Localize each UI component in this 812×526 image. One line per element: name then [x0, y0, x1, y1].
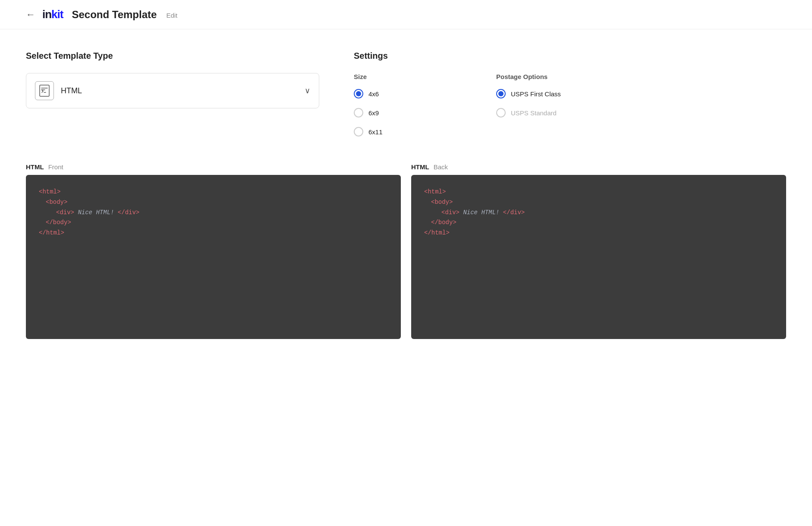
editors-section: HTML Front <html> <body> <div> Nice HTML…	[0, 163, 812, 365]
front-editor-html-label: HTML	[26, 163, 44, 171]
back-code-editor[interactable]: <html> <body> <div> Nice HTML! </div> </…	[411, 175, 786, 339]
left-panel: Select Template Type HTML ∨	[26, 51, 319, 146]
back-editor-side-label: Back	[434, 163, 448, 171]
radio-usps-standard-label: USPS Standard	[511, 109, 557, 117]
chevron-down-icon: ∨	[296, 78, 319, 103]
radio-6x9[interactable]: 6x9	[354, 108, 470, 117]
back-code-line-2: <body>	[424, 197, 773, 208]
radio-4x6-circle	[354, 89, 363, 98]
main-content: Select Template Type HTML ∨ Settings	[0, 29, 812, 163]
radio-6x9-label: 6x9	[368, 109, 379, 117]
radio-6x9-circle	[354, 108, 363, 117]
template-type-selector[interactable]: HTML ∨	[26, 73, 319, 108]
front-code-line-5: </html>	[39, 228, 388, 238]
back-editor-header: HTML Back	[411, 163, 786, 171]
postage-header: Postage Options	[496, 73, 613, 80]
size-column: Size 4x6 6x9 6x11	[354, 73, 470, 146]
radio-6x11[interactable]: 6x11	[354, 127, 470, 136]
radio-usps-standard[interactable]: USPS Standard	[496, 108, 613, 117]
back-code-line-5: </html>	[424, 228, 773, 238]
html-file-icon	[35, 81, 54, 100]
back-editor-html-label: HTML	[411, 163, 429, 171]
back-button[interactable]: ←	[26, 10, 35, 19]
header: ← inkit Second Template Edit	[0, 0, 812, 29]
radio-usps-first-class-circle	[496, 89, 506, 98]
radio-4x6-label: 4x6	[368, 90, 379, 98]
front-code-editor[interactable]: <html> <body> <div> Nice HTML! </div> </…	[26, 175, 401, 339]
postage-column: Postage Options USPS First Class USPS St…	[496, 73, 613, 146]
svg-rect-0	[40, 85, 49, 96]
radio-usps-standard-circle	[496, 108, 506, 117]
settings-grid: Size 4x6 6x9 6x11 Postage Options	[354, 73, 613, 146]
select-template-type-title: Select Template Type	[26, 51, 319, 61]
radio-6x11-label: 6x11	[368, 128, 383, 136]
size-header: Size	[354, 73, 470, 80]
page-title: Second Template	[72, 9, 157, 21]
right-panel: Settings Size 4x6 6x9 6x11	[354, 51, 613, 146]
back-editor-panel: HTML Back <html> <body> <div> Nice HTML!…	[411, 163, 786, 339]
radio-6x11-circle	[354, 127, 363, 136]
front-editor-header: HTML Front	[26, 163, 401, 171]
radio-usps-first-class-label: USPS First Class	[511, 90, 561, 98]
back-code-line-1: <html>	[424, 187, 773, 197]
logo: inkit	[42, 8, 63, 21]
front-code-line-1: <html>	[39, 187, 388, 197]
front-code-line-3: <div> Nice HTML! </div>	[39, 208, 388, 218]
template-type-label: HTML	[61, 86, 82, 95]
template-type-inner: HTML	[26, 73, 296, 108]
front-editor-side-label: Front	[48, 163, 63, 171]
radio-usps-first-class[interactable]: USPS First Class	[496, 89, 613, 98]
front-editor-panel: HTML Front <html> <body> <div> Nice HTML…	[26, 163, 401, 339]
front-code-line-4: </body>	[39, 218, 388, 228]
settings-title: Settings	[354, 51, 613, 61]
back-code-line-4: </body>	[424, 218, 773, 228]
radio-4x6[interactable]: 4x6	[354, 89, 470, 98]
back-code-line-3: <div> Nice HTML! </div>	[424, 208, 773, 218]
edit-link[interactable]: Edit	[166, 12, 177, 19]
front-code-line-2: <body>	[39, 197, 388, 208]
